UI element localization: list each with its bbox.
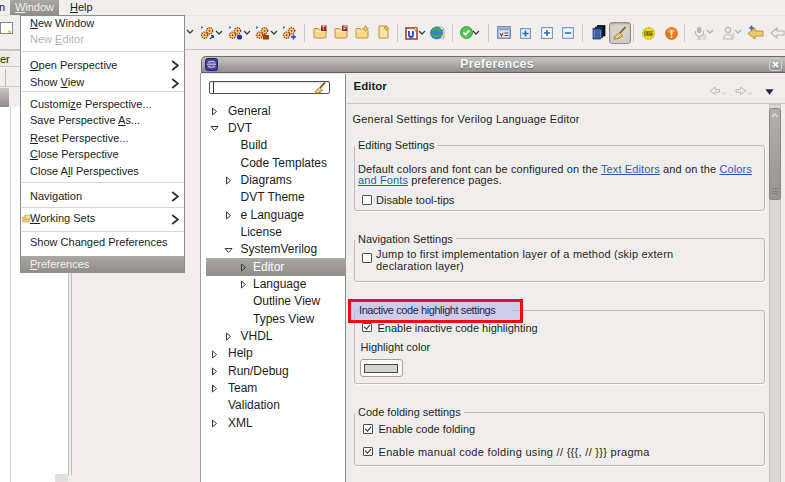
svg-text:EXIT: EXIT [645,32,654,36]
svg-text:P: P [343,25,347,31]
